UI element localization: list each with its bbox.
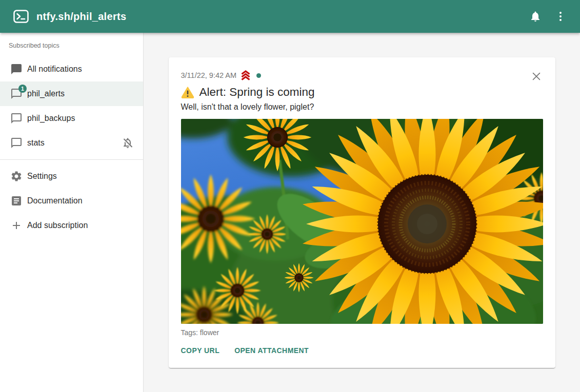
attachment-image[interactable] <box>181 119 543 324</box>
chat-bubble-outline-icon: 1 <box>10 88 23 100</box>
bell-off-icon <box>122 137 134 149</box>
notification-title-row: Alert: Spring is coming <box>181 86 543 99</box>
unread-count-badge: 1 <box>18 85 27 93</box>
notification-title: Alert: Spring is coming <box>199 86 315 99</box>
sidebar-item-label: stats <box>27 138 45 148</box>
sidebar-item-phil-alerts[interactable]: 1 phil_alerts <box>0 81 143 106</box>
sidebar-item-label: phil_alerts <box>27 89 65 98</box>
copy-url-button[interactable]: COPY URL <box>180 342 221 359</box>
gear-icon <box>10 170 23 182</box>
notification-card: 3/11/22, 9:42 AM Alert: Spring is coming… <box>169 57 555 368</box>
warning-emoji-icon <box>181 86 194 98</box>
main-content: 3/11/22, 9:42 AM Alert: Spring is coming… <box>144 33 580 392</box>
page-title: ntfy.sh/phil_alerts <box>36 11 126 23</box>
sidebar-item-add-subscription[interactable]: Add subscription <box>0 213 143 238</box>
priority-max-icon <box>239 69 252 81</box>
sidebar-item-documentation[interactable]: Documentation <box>0 189 143 213</box>
plus-icon <box>10 219 23 232</box>
notifications-bell-icon[interactable] <box>529 10 542 23</box>
overflow-menu-icon[interactable] <box>554 10 567 23</box>
notification-body: Well, isn't that a lovely flower, piglet… <box>181 102 543 112</box>
sidebar-item-settings[interactable]: Settings <box>0 164 143 189</box>
article-icon <box>10 195 23 207</box>
chat-bubble-filled-icon <box>10 63 23 75</box>
sidebar-item-label: Settings <box>27 172 57 181</box>
sidebar-item-phil-backups[interactable]: phil_backups <box>0 106 143 131</box>
notification-tags: Tags: flower <box>181 328 543 337</box>
chat-bubble-outline-icon <box>10 112 23 125</box>
sidebar-item-all-notifications[interactable]: All notifications <box>0 57 143 81</box>
card-actions: COPY URL OPEN ATTACHMENT <box>180 342 543 359</box>
notification-meta-row: 3/11/22, 9:42 AM <box>181 70 543 81</box>
subscribed-topics-caption: Subscribed topics <box>0 42 143 57</box>
sidebar-item-label: Add subscription <box>27 221 88 230</box>
close-icon[interactable] <box>531 71 542 82</box>
unread-dot-icon <box>256 73 261 78</box>
ntfy-terminal-logo-icon <box>13 10 29 23</box>
sidebar-divider <box>0 159 143 160</box>
chat-bubble-outline-icon <box>10 137 23 149</box>
open-attachment-button[interactable]: OPEN ATTACHMENT <box>233 342 310 359</box>
sidebar: Subscribed topics All notifications 1 ph… <box>0 33 144 392</box>
app-header: ntfy.sh/phil_alerts <box>0 0 580 33</box>
sidebar-item-label: All notifications <box>27 65 82 74</box>
sidebar-item-label: phil_backups <box>27 114 75 123</box>
notification-timestamp: 3/11/22, 9:42 AM <box>181 71 237 79</box>
sidebar-item-stats[interactable]: stats <box>0 131 143 155</box>
sidebar-item-label: Documentation <box>27 196 83 205</box>
